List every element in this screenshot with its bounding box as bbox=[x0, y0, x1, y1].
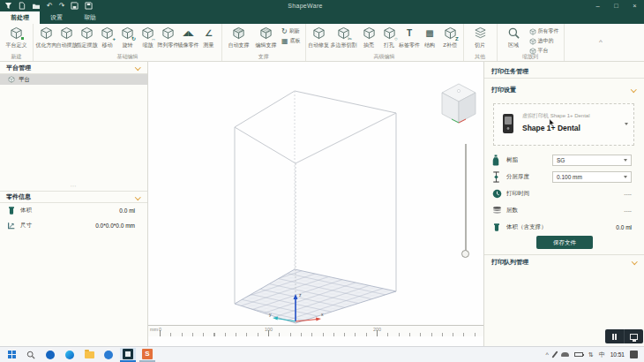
base-plate-icon: ▦ bbox=[281, 38, 288, 45]
save-icon[interactable] bbox=[71, 1, 79, 11]
resin-select[interactable]: SG bbox=[552, 155, 632, 166]
chevron-down-icon[interactable] bbox=[135, 194, 140, 200]
optimize-orientation-button[interactable]: 优化方向 bbox=[36, 25, 56, 49]
undo-icon[interactable]: ↶ bbox=[47, 1, 53, 11]
close-button[interactable]: × bbox=[625, 0, 644, 11]
taskbar-clock[interactable]: 10:51 bbox=[610, 351, 625, 358]
build-volume-canvas[interactable]: z x y bbox=[148, 62, 483, 346]
taskbar-search-icon[interactable] bbox=[23, 348, 39, 362]
cube-icon bbox=[529, 38, 536, 45]
auto-repair-button[interactable]: 自动修复 bbox=[309, 25, 329, 49]
drill-hole-button[interactable]: ○ 打孔 bbox=[379, 25, 400, 49]
s-app-taskbar-icon[interactable]: S bbox=[139, 348, 155, 362]
z-compensation-button[interactable]: Z Z补偿 bbox=[440, 25, 461, 49]
chevron-down-icon[interactable] bbox=[631, 87, 636, 92]
save-file-button[interactable]: 保存文件 bbox=[536, 236, 593, 249]
chevron-down-icon[interactable] bbox=[632, 259, 637, 264]
base-plate-button[interactable]: ▦ 底板 bbox=[281, 37, 301, 45]
magnifier-icon bbox=[507, 26, 520, 40]
zoom-all-parts-button[interactable]: 所有零件 bbox=[529, 27, 559, 35]
auto-support-button[interactable]: 自动支撑 bbox=[225, 25, 252, 49]
dimensions-icon bbox=[7, 221, 16, 230]
taskbar-app-icon-2[interactable] bbox=[101, 348, 116, 362]
redo-icon[interactable]: ↷ bbox=[59, 1, 65, 11]
move-button[interactable]: + 移动 bbox=[97, 25, 117, 49]
refresh-support-button[interactable]: ↻ 刷新 bbox=[281, 27, 301, 35]
taskbar-app-icon-1[interactable] bbox=[42, 348, 58, 362]
save-as-icon[interactable] bbox=[85, 1, 93, 11]
shapeware-taskbar-icon[interactable] bbox=[120, 348, 136, 362]
viewport-3d[interactable]: z x y mm 0 100 200 bbox=[148, 62, 483, 346]
tab-help[interactable]: 帮助 bbox=[73, 11, 107, 24]
z-slider-handle[interactable] bbox=[461, 250, 469, 258]
maximize-button[interactable]: □ bbox=[607, 0, 625, 11]
new-file-icon[interactable] bbox=[19, 1, 26, 11]
size-row: 尺寸 0.0*0.0*0.0 mm bbox=[0, 218, 147, 233]
measure-button[interactable]: ∠ 测量 bbox=[198, 25, 219, 49]
polygon-cut-button[interactable]: ✂ 多边形切割 bbox=[329, 25, 359, 49]
onedrive-cloud-icon[interactable] bbox=[561, 352, 569, 357]
tray-expand-icon[interactable]: ^ bbox=[546, 351, 549, 358]
tab-preprocess[interactable]: 前处理 bbox=[0, 11, 40, 24]
edge-browser-icon[interactable] bbox=[62, 348, 78, 362]
file-explorer-icon[interactable] bbox=[81, 348, 97, 362]
label-part-button[interactable]: T 标签零件 bbox=[400, 25, 420, 49]
auto-repair-icon bbox=[312, 26, 326, 40]
auto-arrange-button[interactable]: 自动摆放 bbox=[56, 25, 77, 49]
print-queue-header[interactable]: 打印队列管理 bbox=[484, 255, 644, 269]
ribbon-collapse-button[interactable]: ^ bbox=[599, 38, 603, 46]
dropdown-caret-icon[interactable] bbox=[625, 123, 628, 125]
panel-splitter[interactable]: ⋯ bbox=[0, 184, 147, 191]
label-text-icon: T bbox=[403, 26, 416, 40]
open-file-icon[interactable] bbox=[32, 1, 41, 11]
tab-settings[interactable]: 设置 bbox=[40, 11, 73, 24]
lattice-button[interactable]: ▩ 结构 bbox=[420, 25, 440, 49]
menu-bar: 前处理 设置 帮助 bbox=[0, 11, 644, 24]
mirror-parts-button[interactable]: ◢◣ 镜像零件 bbox=[178, 25, 198, 49]
notification-center-icon[interactable] bbox=[630, 351, 638, 358]
drill-hole-icon: ○ bbox=[383, 26, 396, 40]
pen-icon[interactable] bbox=[551, 351, 558, 358]
chevron-down-icon[interactable] bbox=[135, 64, 140, 70]
array-parts-button[interactable]: 阵列零件 bbox=[158, 25, 178, 49]
dropdown-caret-icon bbox=[624, 176, 627, 178]
layer-thickness-select[interactable]: 0.100 mm bbox=[552, 171, 632, 183]
scale-button[interactable]: ↔ 缩放 bbox=[138, 25, 158, 49]
hollow-button[interactable]: 抽壳 bbox=[359, 25, 379, 49]
taskbar: S ^ ⇅ 中 10:51 bbox=[0, 346, 644, 362]
ribbon-group-support: 自动支撑 编辑支撑 ↻ 刷新 ▦ 底板 支撑 bbox=[222, 24, 306, 61]
screen-button[interactable] bbox=[624, 329, 643, 343]
layer-count-row: 层数 ---- bbox=[484, 204, 644, 217]
part-info-header[interactable]: 零件信息 bbox=[0, 191, 147, 203]
minimize-button[interactable]: – bbox=[588, 0, 607, 11]
printer-selector[interactable]: 虚拟打印机 Shape 1+ Dental Shape 1+ Dental bbox=[493, 103, 634, 146]
ribbon-group-other: 切片 其他 bbox=[464, 24, 498, 61]
battery-icon[interactable] bbox=[574, 352, 583, 357]
rotate-button[interactable]: ↻ 旋转 bbox=[117, 25, 138, 49]
lattice-icon: ▩ bbox=[423, 26, 437, 40]
platform-manager-header[interactable]: 平台管理 bbox=[0, 62, 147, 74]
build-plate-grid bbox=[235, 269, 396, 323]
print-settings-header[interactable]: 打印设置 bbox=[484, 83, 644, 97]
app-logo-icon bbox=[4, 1, 12, 11]
hollow-icon bbox=[363, 26, 376, 40]
title-bar: ↶ ↷ ShapeWare – □ × bbox=[0, 0, 644, 11]
platform-define-button[interactable]: 平台定义 bbox=[3, 25, 30, 49]
view-cube[interactable] bbox=[442, 84, 476, 123]
start-button[interactable] bbox=[4, 348, 19, 362]
print-task-manager-header[interactable]: 打印任务管理 bbox=[484, 64, 644, 79]
platform-tree-item[interactable]: 平台 bbox=[0, 74, 147, 85]
mouse-cursor bbox=[549, 118, 555, 128]
edit-support-button[interactable]: 编辑支撑 bbox=[252, 25, 280, 49]
place-on-face-button[interactable]: 指定摆放 bbox=[77, 25, 97, 49]
z-slider-track[interactable] bbox=[465, 144, 467, 255]
ime-language-indicator[interactable]: 中 bbox=[599, 351, 605, 359]
pause-button[interactable] bbox=[605, 329, 624, 343]
slice-button[interactable]: 切片 bbox=[467, 25, 494, 49]
window-title: ShapeWare bbox=[261, 3, 349, 9]
zoom-selected-button[interactable]: 选中的 bbox=[529, 37, 559, 45]
zoom-region-button[interactable]: 区域 bbox=[500, 25, 528, 49]
updown-arrows-icon[interactable]: ⇅ bbox=[588, 351, 594, 358]
z-compensation-icon: Z bbox=[444, 26, 457, 40]
printer-icon bbox=[502, 113, 514, 134]
